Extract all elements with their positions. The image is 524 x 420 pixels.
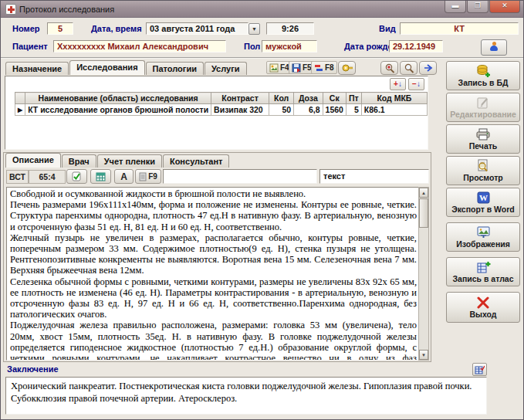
cell-qty: 50 [269, 104, 294, 116]
col-icd-header[interactable]: Код МКБ [361, 93, 427, 104]
zoom-button[interactable] [400, 61, 418, 75]
key-button[interactable] [338, 61, 356, 75]
patient-label: Пациент [12, 42, 48, 51]
description-panel: Описание Врач Учет пленки Консультант ВС… [3, 152, 431, 362]
save-to-db-button[interactable]: Запись в БД [446, 61, 520, 90]
minimize-button[interactable]: ▬ [445, 0, 466, 13]
kind-label: Вид [379, 24, 396, 33]
maximize-button[interactable]: ❐ [467, 0, 489, 13]
col-dose-header[interactable]: Доза [294, 93, 323, 104]
title-bar: Протокол исследования ▬ ❐ ✕ [1, 1, 523, 18]
template-icon [139, 172, 147, 181]
studies-table: Наименование (область) исследования Конт… [15, 92, 428, 116]
save-to-atlas-button[interactable]: Запись в атлас [446, 257, 520, 286]
col-contrast-header[interactable]: Контраст [211, 93, 269, 104]
tab-patologii[interactable]: Патологии [146, 62, 204, 75]
atlas-add-icon [476, 260, 491, 273]
preview-button[interactable]: Просмотр [446, 156, 520, 185]
scroll-thumb[interactable] [419, 198, 428, 228]
scroll-down-icon[interactable]: ▼ [419, 350, 428, 360]
database-add-icon [475, 64, 491, 77]
studies-table-panel: +↓ −↓ Наименование (область) исследовани… [5, 76, 428, 150]
images-button[interactable]: Изображения [446, 222, 520, 252]
date-combobox[interactable]: 03 августа 2011 года [146, 22, 248, 35]
number-label: Номер [12, 24, 40, 33]
table-row[interactable]: ▶ КТ исследование органов брюшной полост… [15, 104, 428, 116]
protocol-window: Протокол исследования ▬ ❐ ✕ Номер 5 Дата… [0, 0, 524, 420]
tab-vrach[interactable]: Врач [62, 154, 96, 168]
cell-study-name: КТ исследование органов брюшной полости [25, 104, 211, 116]
cell-icd-code: К86.1 [361, 104, 427, 116]
col-name-header[interactable]: Наименование (область) исследования [25, 93, 211, 104]
cursor-position-indicator: 65:4 [29, 170, 66, 184]
forward-button[interactable] [419, 61, 437, 75]
edit-button: Редактирование [446, 93, 520, 122]
letter-a-icon: A [120, 171, 127, 182]
cell-pt: 5 [346, 104, 361, 116]
spellcheck-button[interactable] [66, 169, 87, 184]
edit-icon [476, 96, 490, 109]
arrow-right-icon [423, 63, 434, 73]
tab-uslugi[interactable]: Услуги [205, 62, 247, 75]
cell-contrast: Визипак 320 [211, 104, 269, 116]
table-check-icon [475, 365, 485, 374]
col-pt-header[interactable]: Пт [346, 93, 361, 104]
time-field[interactable]: 9:26 [266, 22, 314, 35]
svg-text:W: W [479, 193, 488, 202]
scroll-up-icon[interactable]: ▲ [419, 188, 428, 198]
cell-sk: 1560 [323, 104, 346, 116]
phrase-input[interactable] [163, 169, 317, 184]
cell-dose: 6,8 [294, 104, 323, 116]
check-page-icon [72, 171, 82, 181]
images-icon [476, 225, 491, 239]
template-input[interactable]: текст [319, 169, 429, 184]
window-title: Протокол исследования [19, 5, 445, 14]
table-icon [96, 172, 106, 181]
zoom-in-button[interactable] [380, 61, 398, 75]
col-qty-header[interactable]: Кол [269, 93, 294, 104]
sort-descending-button[interactable]: −↓ [408, 78, 424, 90]
patient-card-button[interactable] [481, 39, 507, 56]
conclusion-label: Заключение [7, 364, 59, 374]
datetime-label: Дата, время [91, 24, 142, 33]
print-button[interactable]: Печать [446, 124, 520, 154]
study-tabs: Назначение Исследования Патологии Услуги [5, 60, 248, 75]
tab-uchet-plenki[interactable]: Учет пленки [97, 154, 162, 168]
app-icon [5, 4, 16, 15]
tab-naznachenie[interactable]: Назначение [5, 62, 69, 75]
date-dropdown-arrow-icon[interactable]: ▼ [248, 23, 260, 35]
sort-ascending-button[interactable]: +↓ [390, 78, 406, 90]
description-textarea[interactable]: Свободной и осумкованной жидкости в брюш… [6, 187, 421, 361]
f8-button[interactable]: F8 [311, 61, 337, 74]
exit-button[interactable]: Выход [446, 292, 520, 323]
magnifier-plus-icon [384, 63, 395, 73]
f9-button[interactable]: F9 [135, 169, 161, 184]
exit-x-icon [476, 296, 490, 309]
description-tabs: Описание Врач Учет пленки Консультант [5, 154, 230, 168]
header-panel: Номер 5 Дата, время 03 августа 2011 года… [1, 18, 524, 59]
conclusion-template-button[interactable] [472, 363, 487, 376]
col-sk-header[interactable]: Ск [323, 93, 346, 104]
export-word-button[interactable]: W Экспорт в Word [446, 188, 520, 217]
sex-label: Пол [244, 42, 260, 51]
kind-field[interactable]: КТ [400, 22, 519, 35]
picture-icon [269, 63, 279, 73]
table-header-row: Наименование (область) исследования Конт… [15, 93, 428, 104]
compare-icon [314, 63, 323, 73]
patient-field[interactable]: Хххххххххх Михаил Александрович [53, 40, 226, 52]
tab-issledovaniya[interactable]: Исследования [69, 60, 144, 75]
insert-table-button[interactable] [90, 169, 111, 184]
tab-opisanie[interactable]: Описание [5, 153, 61, 168]
description-scrollbar[interactable]: ▲ ▼ [418, 187, 429, 361]
row-selector-icon: ▶ [15, 104, 25, 116]
font-button[interactable]: A [114, 169, 134, 184]
insert-mode-indicator: ВСТ [6, 170, 29, 184]
save-icon [292, 63, 301, 73]
birthdate-field[interactable]: 29.12.1949 [389, 40, 443, 52]
tab-konsultant[interactable]: Консультант [163, 154, 230, 168]
number-field[interactable]: 5 [47, 22, 73, 35]
close-button[interactable]: ✕ [489, 0, 520, 13]
conclusion-textarea[interactable]: Хронический панкреатит. Постнекротическа… [5, 377, 487, 415]
sex-field[interactable]: мужской [262, 40, 317, 52]
key-icon [342, 63, 353, 73]
